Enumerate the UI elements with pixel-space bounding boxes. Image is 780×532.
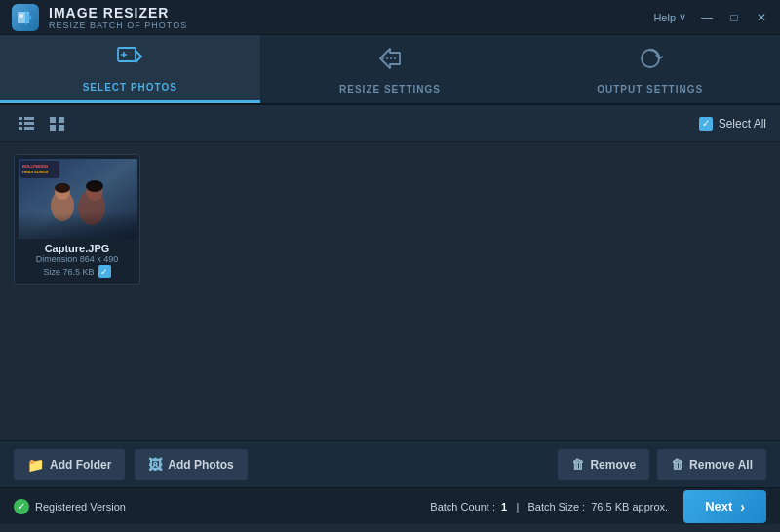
svg-point-2	[20, 14, 23, 18]
registered-status: ✓ Registered Version	[14, 499, 126, 514]
select-photos-icon	[116, 43, 143, 76]
content-area: BOLLYWOOD HINDI SONGS	[0, 142, 780, 440]
svg-rect-11	[19, 122, 22, 125]
svg-text:BOLLYWOOD: BOLLYWOOD	[22, 164, 48, 169]
photo-checkbox[interactable]: ✓	[98, 265, 111, 278]
registered-label: Registered Version	[35, 501, 126, 513]
photo-info: Capture.JPG Dimension 864 x 490 Size 76.…	[19, 239, 136, 278]
app-title-block: IMAGE RESIZER RESIZE BATCH OF PHOTOS	[49, 5, 187, 30]
photo-grid: BOLLYWOOD HINDI SONGS	[14, 154, 766, 285]
tab-output-settings[interactable]: OUTPUT SETTINGS	[520, 35, 780, 103]
titlebar-right: Help ∨ — □ ✕	[653, 11, 768, 24]
trash-icon: 🗑	[571, 457, 584, 472]
tab-resize-label: RESIZE SETTINGS	[339, 84, 441, 95]
svg-rect-30	[19, 212, 137, 239]
folder-icon: 📁	[27, 457, 44, 473]
statusbar: ✓ Registered Version Batch Count : 1 | B…	[0, 487, 780, 524]
batch-info: Batch Count : 1 | Batch Size : 76.5 KB a…	[430, 501, 668, 513]
next-button[interactable]: Next ›	[683, 490, 766, 523]
svg-rect-18	[58, 125, 64, 131]
titlebar-left: IMAGE RESIZER RESIZE BATCH OF PHOTOS	[12, 4, 187, 31]
svg-rect-12	[24, 122, 34, 125]
app-title: IMAGE RESIZER	[49, 5, 187, 20]
resize-settings-icon	[376, 45, 404, 78]
svg-text:HINDI SONGS: HINDI SONGS	[22, 170, 49, 174]
toolbar: ✓ Select All	[0, 105, 780, 142]
photo-name: Capture.JPG	[20, 243, 134, 254]
restore-button[interactable]: □	[727, 11, 741, 24]
svg-point-28	[55, 183, 70, 193]
photo-dimension: Dimension 864 x 490	[20, 254, 134, 264]
svg-rect-13	[19, 127, 22, 130]
minimize-button[interactable]: —	[700, 11, 714, 24]
svg-rect-10	[24, 117, 34, 120]
select-all-checkbox[interactable]: ✓	[699, 117, 713, 131]
remove-button[interactable]: 🗑 Remove	[558, 449, 649, 480]
svg-rect-16	[58, 117, 64, 123]
photo-size-row: Size 76.5 KB ✓	[20, 265, 134, 278]
close-button[interactable]: ✕	[755, 11, 768, 24]
photo-item[interactable]: BOLLYWOOD HINDI SONGS	[14, 154, 140, 285]
tab-select-label: SELECT PHOTOS	[83, 82, 177, 93]
select-all-area[interactable]: ✓ Select All	[699, 117, 766, 131]
titlebar: IMAGE RESIZER RESIZE BATCH OF PHOTOS Hel…	[0, 0, 780, 35]
trash-all-icon: 🗑	[671, 457, 683, 472]
chevron-right-icon: ›	[740, 499, 745, 514]
action-bar: 📁 Add Folder 🖼 Add Photos 🗑 Remove 🗑 Rem…	[0, 440, 780, 487]
app-subtitle: RESIZE BATCH OF PHOTOS	[49, 20, 187, 30]
tabbar: SELECT PHOTOS RESIZE SETTINGS OUTPUT SET…	[0, 35, 780, 105]
svg-point-29	[86, 180, 103, 192]
tab-resize-settings[interactable]: RESIZE SETTINGS	[260, 35, 521, 103]
help-button[interactable]: Help ∨	[653, 11, 686, 23]
tab-output-label: OUTPUT SETTINGS	[597, 84, 703, 95]
batch-count-label: Batch Count :	[430, 501, 495, 513]
list-view-button[interactable]	[14, 111, 39, 136]
select-all-label: Select All	[719, 117, 766, 131]
grid-view-button[interactable]	[45, 111, 70, 136]
svg-rect-14	[24, 127, 34, 130]
add-folder-button[interactable]: 📁 Add Folder	[14, 449, 125, 480]
svg-rect-17	[50, 125, 56, 131]
photo-size: Size 76.5 KB	[43, 267, 94, 277]
svg-rect-9	[19, 117, 22, 120]
app-icon	[12, 4, 39, 31]
batch-size-label: Batch Size :	[527, 501, 585, 513]
action-right: 🗑 Remove 🗑 Remove All	[558, 449, 766, 480]
tab-select-photos[interactable]: SELECT PHOTOS	[0, 35, 260, 103]
svg-rect-15	[50, 117, 56, 123]
add-photos-icon: 🖼	[148, 457, 162, 473]
photo-thumbnail: BOLLYWOOD HINDI SONGS	[19, 159, 137, 239]
batch-size-value: 76.5 KB approx.	[591, 501, 668, 513]
output-settings-icon	[637, 45, 664, 78]
next-label: Next	[705, 499, 732, 513]
batch-count-value: 1	[501, 501, 507, 513]
view-buttons	[14, 111, 70, 136]
add-photos-button[interactable]: 🖼 Add Photos	[135, 449, 247, 480]
remove-all-button[interactable]: 🗑 Remove All	[657, 449, 766, 480]
registered-icon: ✓	[14, 499, 29, 514]
